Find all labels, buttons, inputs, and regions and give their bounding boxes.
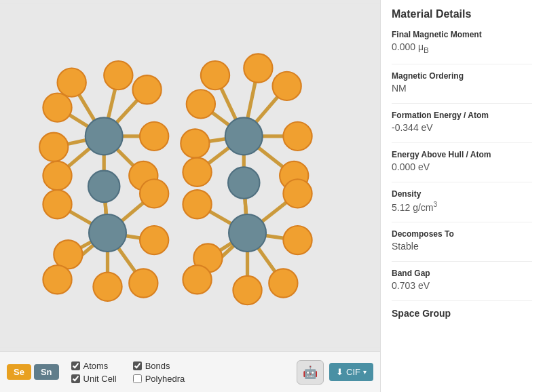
checkbox-atoms-row: Atoms (71, 361, 117, 371)
magnetic-ordering-label: Magnetic Ordering (392, 71, 532, 81)
decomposes-to-value: Stable (392, 241, 532, 252)
svg-point-63 (183, 190, 211, 218)
checkbox-unitcell-row: Unit Cell (71, 374, 117, 384)
svg-point-47 (43, 265, 71, 294)
density-value: 5.12 g/cm3 (392, 201, 532, 213)
svg-point-62 (183, 158, 211, 187)
band-gap-value: 0.703 eV (392, 280, 532, 291)
detail-band-gap: Band Gap 0.703 eV (392, 269, 532, 291)
legend-se[interactable]: Se (7, 364, 31, 380)
svg-point-55 (187, 90, 215, 118)
space-group-title: Space Group (392, 308, 532, 319)
divider-6 (392, 261, 532, 262)
magnetic-ordering-value: NM (392, 83, 532, 94)
svg-point-69 (283, 179, 312, 208)
atoms-label: Atoms (83, 361, 109, 371)
polyhedra-label: Polyhedra (145, 374, 185, 384)
atoms-checkbox[interactable] (71, 361, 80, 370)
svg-point-41 (140, 122, 168, 151)
checkboxes-left: Atoms Unit Cell (71, 361, 117, 384)
svg-point-46 (54, 240, 82, 269)
svg-point-50 (140, 226, 168, 254)
band-gap-label: Band Gap (392, 269, 532, 278)
svg-point-51 (140, 179, 168, 208)
legend-badges: Se Sn (7, 364, 59, 380)
svg-point-66 (233, 276, 261, 305)
legend-sn[interactable]: Sn (34, 364, 59, 380)
svg-point-71 (228, 167, 259, 198)
svg-point-49 (129, 269, 157, 297)
detail-energy-hull: Energy Above Hull / Atom 0.000 eV (392, 150, 532, 172)
svg-point-44 (43, 161, 71, 190)
bonds-checkbox[interactable] (133, 361, 142, 370)
detail-magnetic-moment: Final Magnetic Moment 0.000 μB (392, 30, 532, 54)
divider-2 (392, 103, 532, 104)
download-icon: ⬇ (336, 367, 343, 377)
svg-point-67 (269, 269, 297, 297)
divider-7 (392, 300, 532, 301)
unitcell-label: Unit Cell (83, 374, 117, 384)
checkbox-polyhedra-row: Polyhedra (133, 374, 185, 384)
detail-decomposes-to: Decomposes To Stable (392, 229, 532, 252)
svg-point-37 (43, 93, 71, 121)
checkbox-bonds-row: Bonds (133, 361, 185, 371)
svg-point-38 (58, 68, 86, 97)
svg-point-58 (273, 72, 301, 100)
app-container: Se Sn Atoms Unit Cell (0, 0, 543, 392)
right-panel: Material Details Final Magnetic Moment 0… (380, 0, 543, 392)
svg-point-56 (201, 61, 229, 90)
divider-3 (392, 142, 532, 143)
svg-point-45 (43, 190, 71, 218)
svg-point-52 (86, 117, 123, 155)
svg-point-43 (39, 133, 68, 161)
divider-1 (392, 64, 532, 64)
svg-point-61 (181, 129, 209, 157)
svg-point-40 (132, 75, 161, 104)
toolbar: Se Sn Atoms Unit Cell (0, 351, 380, 392)
svg-point-68 (283, 226, 312, 254)
bonds-label: Bonds (145, 361, 170, 371)
svg-point-39 (104, 61, 132, 90)
detail-density: Density 5.12 g/cm3 (392, 189, 532, 213)
left-panel: Se Sn Atoms Unit Cell (0, 0, 380, 392)
svg-point-59 (283, 122, 312, 151)
panel-title: Material Details (392, 8, 532, 20)
divider-4 (392, 182, 532, 182)
detail-formation-energy: Formation Energy / Atom -0.344 eV (392, 111, 532, 133)
toolbar-actions: 🤖 ⬇ CIF ▾ (297, 360, 373, 385)
cif-button[interactable]: ⬇ CIF ▾ (329, 363, 373, 381)
svg-point-48 (93, 273, 121, 301)
svg-point-54 (89, 214, 126, 252)
magnetic-moment-value: 0.000 μB (392, 41, 532, 54)
formation-energy-value: -0.344 eV (392, 122, 532, 133)
polyhedra-checkbox[interactable] (133, 374, 142, 383)
molecule-viewer[interactable] (0, 0, 380, 351)
cif-dropdown-arrow: ▾ (363, 368, 367, 376)
robot-button[interactable]: 🤖 (297, 360, 324, 385)
decomposes-to-label: Decomposes To (392, 229, 532, 239)
checkboxes-right: Bonds Polyhedra (133, 361, 185, 384)
density-label: Density (392, 189, 532, 199)
cif-label: CIF (346, 367, 360, 377)
unitcell-checkbox[interactable] (71, 374, 80, 383)
divider-5 (392, 222, 532, 222)
svg-point-70 (225, 117, 263, 155)
svg-point-53 (88, 171, 119, 202)
energy-hull-label: Energy Above Hull / Atom (392, 150, 532, 159)
energy-hull-value: 0.000 eV (392, 161, 532, 172)
svg-point-72 (229, 214, 266, 252)
formation-energy-label: Formation Energy / Atom (392, 111, 532, 120)
svg-point-57 (244, 54, 272, 82)
svg-point-65 (183, 265, 211, 294)
detail-magnetic-ordering: Magnetic Ordering NM (392, 71, 532, 94)
magnetic-moment-label: Final Magnetic Moment (392, 30, 532, 39)
molecule-svg (0, 0, 380, 351)
